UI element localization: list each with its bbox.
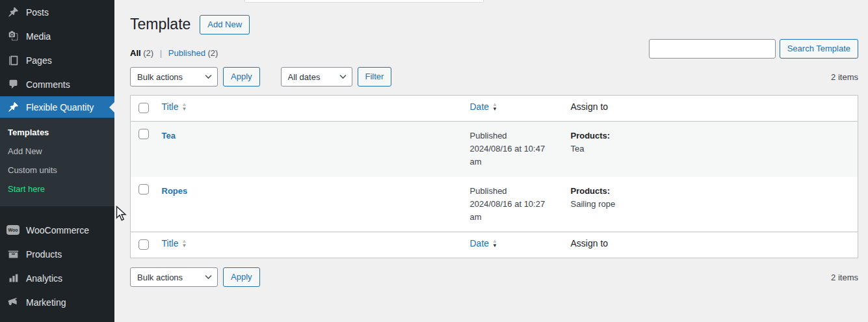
sort-arrows-icon: ▲▼ xyxy=(181,102,187,111)
filter-all-count: (2) xyxy=(143,48,153,58)
sidebar-item-posts[interactable]: Posts xyxy=(0,0,114,24)
row-status: Published xyxy=(470,185,558,198)
table-footer-row: Title ▲▼ Date ▲▼ Assign to xyxy=(131,232,858,258)
filter-published-link[interactable]: Published xyxy=(168,48,205,58)
row-date-cell: Published 2024/08/16 at 10:47 am xyxy=(464,122,564,177)
bulk-actions-select[interactable]: Bulk actions xyxy=(130,67,218,87)
sidebar-item-label: Analytics xyxy=(26,273,62,284)
items-count-top: 2 items xyxy=(831,72,858,82)
row-date: 2024/08/16 at 10:47 xyxy=(470,142,558,155)
sort-by-date-link[interactable]: Date ▲▼ xyxy=(470,238,498,248)
search-template-button[interactable]: Search Template xyxy=(780,39,858,59)
search-box: Search Template xyxy=(649,39,858,59)
sidebar-bottom-group: Woo WooCommerce Products Analytics Marke… xyxy=(0,218,114,314)
page-header: Template Add New xyxy=(130,0,858,34)
admin-sidebar: Posts Media Pages Comments Flexible Quan… xyxy=(0,0,114,322)
row-checkbox[interactable] xyxy=(138,184,149,195)
row-assign-cell: Products: Tea xyxy=(564,122,858,177)
sort-by-title-link[interactable]: Title ▲▼ xyxy=(162,238,187,248)
column-title-label: Title xyxy=(162,238,179,248)
main-content: Template Add New Search Template All (2)… xyxy=(114,0,868,322)
filter-separator: | xyxy=(160,48,162,58)
pages-icon xyxy=(7,54,20,67)
row-assign-cell: Products: Sailing rope xyxy=(564,177,858,232)
date-filter-select[interactable]: All dates xyxy=(281,67,352,87)
pin-icon xyxy=(7,101,20,114)
column-date-label: Date xyxy=(470,101,490,112)
sidebar-item-products[interactable]: Products xyxy=(0,242,114,266)
filter-button[interactable]: Filter xyxy=(358,67,392,87)
assign-label: Products: xyxy=(571,129,852,142)
sidebar-item-label: Pages xyxy=(26,55,52,66)
submenu-item-custom-units[interactable]: Custom units xyxy=(0,161,114,180)
row-date: 2024/08/16 at 10:27 xyxy=(470,198,558,211)
sort-arrows-icon: ▲▼ xyxy=(181,239,187,248)
sidebar-item-pages[interactable]: Pages xyxy=(0,48,114,72)
pin-icon xyxy=(7,6,20,19)
sidebar-item-label: Products xyxy=(26,249,62,260)
sidebar-item-flexible-quantity[interactable]: Flexible Quantity xyxy=(0,96,114,118)
woocommerce-icon: Woo xyxy=(7,224,20,237)
sort-by-date-link[interactable]: Date ▲▼ xyxy=(470,101,498,112)
column-date-label: Date xyxy=(470,238,490,248)
apply-button-top[interactable]: Apply xyxy=(223,67,260,87)
table-row: Tea Published 2024/08/16 at 10:47 am Pro… xyxy=(131,122,858,177)
submenu-item-add-new[interactable]: Add New xyxy=(0,142,114,161)
assign-label: Products: xyxy=(571,185,852,198)
add-new-button[interactable]: Add New xyxy=(200,15,250,34)
sidebar-item-comments[interactable]: Comments xyxy=(0,72,114,96)
filter-published-count: (2) xyxy=(208,48,218,58)
row-title-link[interactable]: Ropes xyxy=(162,186,188,196)
box-icon xyxy=(7,248,20,261)
sidebar-item-label: Media xyxy=(26,31,51,42)
tablenav-bottom: Bulk actions Apply 2 items xyxy=(130,267,858,288)
sidebar-item-media[interactable]: Media xyxy=(0,24,114,48)
column-title-label: Title xyxy=(162,101,179,112)
sidebar-item-label: Flexible Quantity xyxy=(26,102,94,113)
comment-icon xyxy=(7,78,20,91)
select-all-checkbox-top[interactable] xyxy=(138,103,149,113)
assign-value: Sailing rope xyxy=(571,199,616,209)
megaphone-icon xyxy=(7,296,20,309)
row-date-meridiem: am xyxy=(470,211,558,224)
templates-table: Title ▲▼ Date ▲▼ Assign to Tea Publi xyxy=(130,95,858,258)
filter-all-link[interactable]: All xyxy=(130,48,141,58)
sort-arrows-icon: ▲▼ xyxy=(492,102,497,111)
tablenav-top: Bulk actions Apply All dates Filter 2 it… xyxy=(130,66,858,87)
row-date-meridiem: am xyxy=(470,155,558,168)
page-title: Template xyxy=(130,16,191,34)
submenu-item-start-here[interactable]: Start here xyxy=(0,180,114,198)
sidebar-item-label: Marketing xyxy=(26,297,66,308)
submenu-item-templates[interactable]: Templates xyxy=(0,123,114,142)
row-status: Published xyxy=(470,129,558,142)
sidebar-item-woocommerce[interactable]: Woo WooCommerce xyxy=(0,218,114,242)
table-header-row: Title ▲▼ Date ▲▼ Assign to xyxy=(131,96,858,122)
column-assign-to-label: Assign to xyxy=(564,96,858,122)
sidebar-item-marketing[interactable]: Marketing xyxy=(0,290,114,314)
notice-remnant xyxy=(244,0,484,3)
sidebar-item-label: Posts xyxy=(26,7,49,18)
assign-value: Tea xyxy=(571,144,585,154)
sort-by-title-link[interactable]: Title ▲▼ xyxy=(162,101,187,112)
sidebar-item-analytics[interactable]: Analytics xyxy=(0,266,114,290)
apply-button-bottom[interactable]: Apply xyxy=(223,267,260,287)
bulk-actions-select-wrap: Bulk actions xyxy=(130,267,218,287)
bulk-actions-select-bottom[interactable]: Bulk actions xyxy=(130,267,218,287)
row-checkbox[interactable] xyxy=(138,129,149,139)
sidebar-item-label: Comments xyxy=(26,79,70,90)
select-all-checkbox-bottom[interactable] xyxy=(138,239,149,250)
date-filter-select-wrap: All dates xyxy=(281,67,352,87)
row-title-link[interactable]: Tea xyxy=(162,131,176,141)
sidebar-item-label: WooCommerce xyxy=(26,225,89,235)
sort-arrows-icon: ▲▼ xyxy=(492,239,497,248)
bar-chart-icon xyxy=(7,272,20,285)
column-assign-to-label: Assign to xyxy=(564,232,858,258)
items-count-bottom: 2 items xyxy=(831,273,858,282)
bulk-actions-select-wrap: Bulk actions xyxy=(130,67,218,87)
row-date-cell: Published 2024/08/16 at 10:27 am xyxy=(464,177,564,232)
flexible-quantity-submenu: Templates Add New Custom units Start her… xyxy=(0,118,114,206)
table-row: Ropes Published 2024/08/16 at 10:27 am P… xyxy=(131,177,858,232)
search-input[interactable] xyxy=(649,39,776,59)
media-icon xyxy=(7,30,20,43)
